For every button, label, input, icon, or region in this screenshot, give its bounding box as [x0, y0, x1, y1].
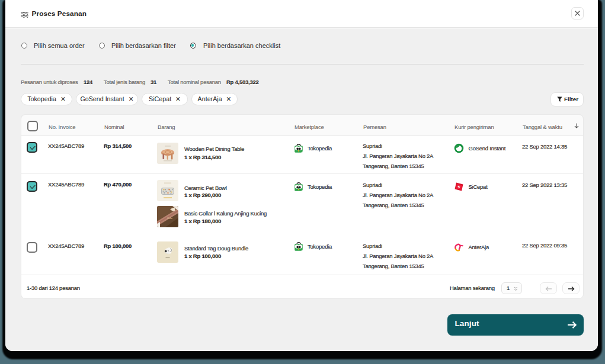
svg-text:Collar: Collar [167, 217, 173, 220]
